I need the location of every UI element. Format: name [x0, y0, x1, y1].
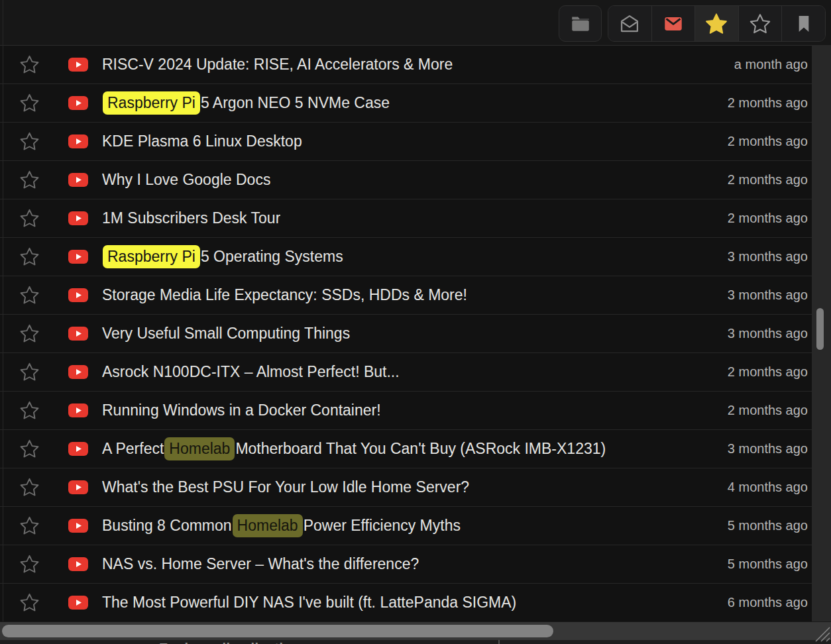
star-filled-icon	[704, 12, 728, 36]
envelope-open-icon	[618, 13, 641, 35]
list-item[interactable]: 1M Subscribers Desk Tour2 months ago	[0, 199, 812, 238]
item-title: Storage Media Life Expectancy: SSDs, HDD…	[102, 286, 467, 304]
vertical-scrollbar[interactable]	[812, 45, 831, 621]
list-item[interactable]: Raspberry Pi 5 Operating Systems3 months…	[0, 238, 812, 276]
item-timestamp: a month ago	[725, 57, 812, 72]
star-toggle-icon[interactable]	[19, 246, 40, 268]
search-highlight: Homelab	[164, 437, 235, 460]
list-item[interactable]: NAS vs. Home Server – What's the differe…	[0, 545, 812, 584]
item-title: RISC-V 2024 Update: RISE, AI Accelerator…	[102, 56, 453, 74]
item-title: Busting 8 Common Homelab Power Efficienc…	[102, 514, 461, 537]
youtube-icon	[68, 365, 88, 379]
star-toggle-icon[interactable]	[19, 131, 40, 152]
star-toggle-icon[interactable]	[19, 362, 40, 383]
footer-divider	[498, 640, 500, 644]
item-timestamp: 2 months ago	[718, 364, 812, 380]
item-title: Very Useful Small Computing Things	[102, 325, 350, 343]
youtube-icon	[68, 288, 88, 302]
list-item[interactable]: Busting 8 Common Homelab Power Efficienc…	[0, 507, 812, 545]
youtube-icon	[68, 58, 88, 72]
unread-filter-button[interactable]	[608, 6, 651, 41]
vertical-scrollbar-thumb[interactable]	[816, 308, 824, 350]
item-timestamp: 3 months ago	[718, 326, 812, 341]
item-title: What's the Best PSU For Your Low Idle Ho…	[102, 478, 469, 496]
list-item[interactable]: Why I Love Google Docs2 months ago	[0, 161, 812, 199]
item-timestamp: 5 months ago	[718, 518, 812, 533]
item-timestamp: 6 months ago	[718, 595, 812, 610]
bookmark-filter-button[interactable]	[781, 6, 825, 41]
youtube-icon	[68, 211, 88, 225]
youtube-icon	[68, 480, 88, 494]
star-toggle-icon[interactable]	[19, 515, 40, 537]
item-timestamp: 2 months ago	[718, 211, 812, 226]
item-timestamp: 3 months ago	[718, 288, 812, 303]
list-item[interactable]: RISC-V 2024 Update: RISE, AI Accelerator…	[0, 46, 812, 84]
filter-button-group	[608, 5, 826, 42]
star-toggle-icon[interactable]	[19, 477, 40, 498]
item-timestamp: 2 months ago	[718, 95, 812, 111]
item-timestamp: 2 months ago	[718, 172, 812, 188]
item-timestamp: 2 months ago	[718, 403, 812, 418]
youtube-icon	[68, 442, 88, 456]
star-toggle-icon[interactable]	[19, 170, 40, 191]
list-item[interactable]: The Most Powerful DIY NAS I've built (ft…	[0, 584, 812, 622]
envelope-filled-icon	[662, 13, 685, 35]
youtube-icon	[68, 557, 88, 571]
resize-grip-icon[interactable]	[813, 625, 830, 642]
list-item[interactable]: A Perfect Homelab Motherboard That You C…	[0, 430, 812, 468]
star-toggle-icon[interactable]	[19, 400, 40, 421]
item-timestamp: 2 months ago	[718, 134, 812, 149]
star-toggle-icon[interactable]	[19, 592, 40, 614]
folder-button[interactable]	[559, 5, 602, 42]
window-left-edge	[3, 0, 3, 621]
star-toggle-icon[interactable]	[19, 554, 40, 575]
youtube-icon	[68, 519, 88, 533]
list-item[interactable]: Raspberry Pi 5 Argon NEO 5 NVMe Case2 mo…	[0, 84, 812, 123]
star-outline-icon	[749, 13, 771, 35]
youtube-icon	[68, 134, 88, 148]
item-title: Raspberry Pi 5 Operating Systems	[102, 245, 343, 268]
mail-filter-button[interactable]	[651, 6, 695, 41]
folder-icon	[569, 13, 592, 35]
search-highlight: Raspberry Pi	[103, 91, 200, 115]
explore-collections-link[interactable]: Explore all collections	[159, 641, 308, 644]
item-title: KDE Plasma 6 Linux Desktop	[102, 133, 302, 150]
unstarred-filter-button[interactable]	[738, 6, 782, 41]
youtube-icon	[68, 327, 88, 341]
item-timestamp: 3 months ago	[718, 249, 812, 264]
starred-filter-button[interactable]	[694, 6, 738, 41]
item-title: The Most Powerful DIY NAS I've built (ft…	[102, 594, 516, 612]
item-title: NAS vs. Home Server – What's the differe…	[102, 555, 419, 573]
list-item[interactable]: Asrock N100DC-ITX – Almost Perfect! But.…	[0, 353, 812, 392]
item-timestamp: 4 months ago	[718, 480, 812, 495]
star-toggle-icon[interactable]	[19, 54, 40, 76]
list-item[interactable]: Running Windows in a Docker Container!2 …	[0, 392, 812, 430]
list-item[interactable]: Storage Media Life Expectancy: SSDs, HDD…	[0, 276, 812, 315]
list-item[interactable]: Very Useful Small Computing Things3 mont…	[0, 315, 812, 353]
item-title: Asrock N100DC-ITX – Almost Perfect! But.…	[102, 363, 400, 381]
footer-strip: Explore all collections	[0, 640, 831, 644]
star-toggle-icon[interactable]	[19, 285, 40, 306]
list-item[interactable]: What's the Best PSU For Your Low Idle Ho…	[0, 468, 812, 507]
youtube-icon	[68, 173, 88, 187]
star-toggle-icon[interactable]	[19, 323, 40, 345]
horizontal-scrollbar[interactable]	[0, 621, 831, 640]
search-highlight: Raspberry Pi	[103, 245, 200, 268]
item-title: Raspberry Pi 5 Argon NEO 5 NVMe Case	[102, 91, 390, 115]
toolbar	[0, 0, 831, 45]
item-title: 1M Subscribers Desk Tour	[102, 209, 280, 227]
star-toggle-icon[interactable]	[19, 439, 40, 460]
youtube-icon	[68, 596, 88, 610]
star-toggle-icon[interactable]	[19, 93, 40, 114]
list-item[interactable]: KDE Plasma 6 Linux Desktop2 months ago	[0, 123, 812, 161]
item-timestamp: 5 months ago	[718, 557, 812, 572]
article-list: RISC-V 2024 Update: RISE, AI Accelerator…	[0, 45, 812, 621]
star-toggle-icon[interactable]	[19, 208, 40, 229]
youtube-icon	[68, 250, 88, 264]
search-highlight: Homelab	[233, 514, 303, 537]
feed-reader-window: RISC-V 2024 Update: RISE, AI Accelerator…	[0, 0, 831, 644]
item-title: Why I Love Google Docs	[102, 171, 270, 189]
item-timestamp: 3 months ago	[718, 441, 812, 456]
youtube-icon	[68, 403, 88, 417]
horizontal-scrollbar-thumb[interactable]	[2, 625, 553, 637]
